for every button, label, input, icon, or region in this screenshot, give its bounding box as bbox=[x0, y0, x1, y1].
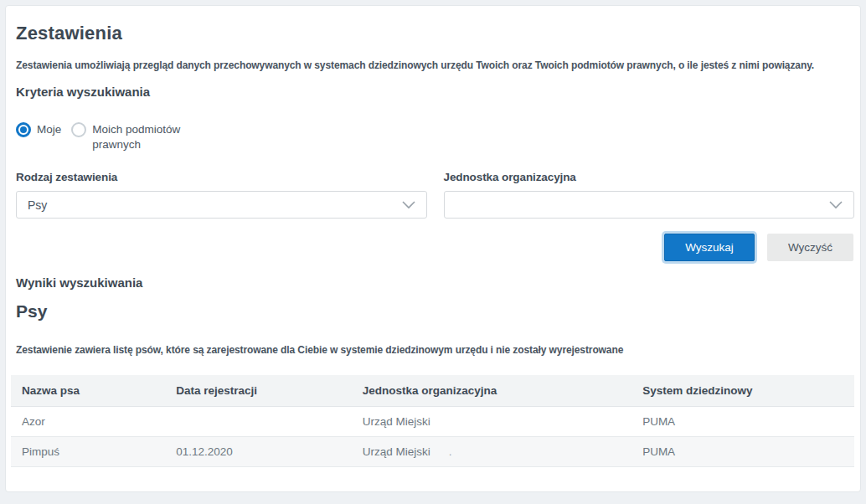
column-header-nazwa-psa: Nazwa psa bbox=[11, 375, 165, 407]
report-type-value: Psy bbox=[28, 198, 47, 212]
criteria-actions: Wyszukaj Wyczyść bbox=[11, 234, 854, 261]
chevron-down-icon bbox=[402, 201, 415, 209]
chevron-down-icon bbox=[829, 201, 843, 209]
radio-selected-icon[interactable] bbox=[16, 122, 31, 137]
org-unit-select[interactable] bbox=[444, 191, 855, 219]
results-table: Nazwa psa Data rejestracji Jednostka org… bbox=[11, 375, 854, 467]
cell-org-unit: Urząd Miejski bbox=[352, 407, 631, 437]
report-type-field: Rodzaj zestawienia Psy bbox=[16, 171, 427, 219]
results-description: Zestawienie zawiera listę psów, które są… bbox=[16, 344, 854, 356]
clear-button[interactable]: Wyczyść bbox=[767, 234, 853, 261]
report-type-select[interactable]: Psy bbox=[16, 191, 427, 219]
radio-moich-podmiotow[interactable]: Moich podmiotów prawnych bbox=[71, 122, 186, 152]
column-header-system: System dziedzinowy bbox=[631, 375, 854, 407]
report-type-label: Rodzaj zestawienia bbox=[16, 171, 427, 183]
org-unit-field: Jednostka organizacyjna bbox=[444, 171, 855, 219]
column-header-data-rejestracji: Data rejestracji bbox=[165, 375, 352, 407]
table-header-row: Nazwa psa Data rejestracji Jednostka org… bbox=[11, 375, 854, 407]
cell-reg-date bbox=[165, 407, 352, 437]
zestawienia-panel: Zestawienia Zestawienia umożliwiają prze… bbox=[5, 5, 861, 492]
cell-dog-name: Azor bbox=[11, 407, 165, 437]
radio-moich-podmiotow-label: Moich podmiotów prawnych bbox=[92, 122, 186, 152]
scope-radio-group: Moje Moich podmiotów prawnych bbox=[16, 122, 854, 152]
cell-org-unit: Urząd Miejski. bbox=[352, 437, 631, 467]
cell-reg-date: 01.12.2020 bbox=[165, 437, 352, 467]
cell-system: PUMA bbox=[631, 437, 854, 467]
table-row: Pimpuś 01.12.2020 Urząd Miejski. PUMA bbox=[11, 437, 854, 467]
page-title: Zestawienia bbox=[16, 23, 854, 44]
radio-unselected-icon[interactable] bbox=[71, 122, 86, 137]
cell-dog-name: Pimpuś bbox=[11, 437, 165, 467]
page-intro-text: Zestawienia umożliwiają przegląd danych … bbox=[16, 59, 854, 71]
radio-moje[interactable]: Moje bbox=[16, 122, 61, 152]
radio-moje-label: Moje bbox=[37, 122, 61, 137]
results-heading: Wyniki wyszukiwania bbox=[16, 275, 854, 290]
table-row: Azor Urząd Miejski PUMA bbox=[11, 407, 854, 437]
criteria-form-row: Rodzaj zestawienia Psy Jednostka organiz… bbox=[16, 171, 854, 219]
column-header-jednostka: Jednostka organizacyjna bbox=[352, 375, 631, 407]
cell-system: PUMA bbox=[631, 407, 854, 437]
org-unit-label: Jednostka organizacyjna bbox=[444, 171, 855, 183]
stray-dot: . bbox=[449, 445, 452, 458]
search-criteria-heading: Kryteria wyszukiwania bbox=[16, 85, 854, 99]
results-title: Psy bbox=[16, 301, 854, 321]
search-button[interactable]: Wyszukaj bbox=[664, 234, 755, 261]
